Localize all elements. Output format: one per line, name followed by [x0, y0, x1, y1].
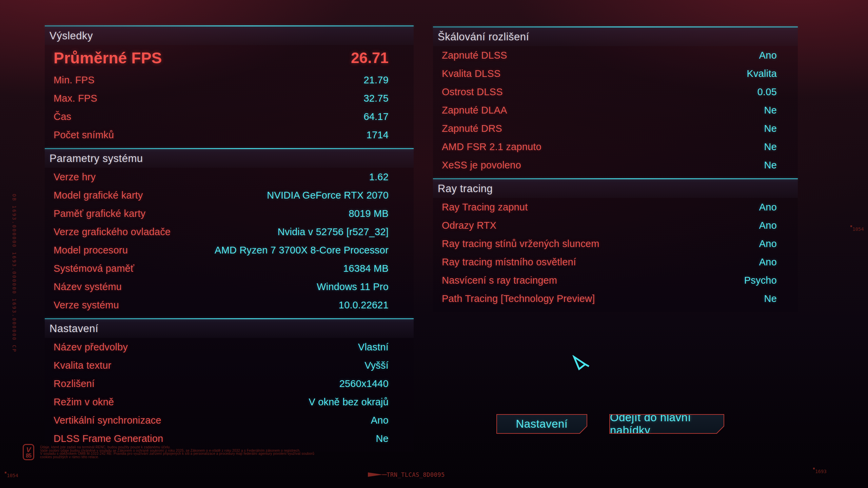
- table-row: Zapnuté DLSS Ano: [433, 46, 798, 64]
- row-value: Ano: [759, 220, 777, 231]
- table-row: Ray Tracing zapnut Ano: [433, 198, 798, 216]
- session-id-text: TRN_TLCAS_8D0095: [387, 471, 445, 478]
- settings-button-label: Nastavení: [497, 415, 587, 433]
- table-row: Název předvolby Vlastní: [45, 338, 414, 356]
- table-row: Ray tracing místního osvětlení Ano: [433, 253, 798, 271]
- row-label: XeSS je povoleno: [442, 160, 521, 171]
- row-label: DLSS Frame Generation: [54, 433, 163, 444]
- table-row: Počet snímků 1714: [45, 126, 414, 144]
- table-row: Paměť grafické karty 8019 MB: [45, 204, 414, 223]
- row-value: 8019 MB: [349, 208, 389, 219]
- table-row: Odrazy RTX Ano: [433, 216, 798, 235]
- session-arrow-icon: [368, 472, 387, 478]
- section-results: Výsledky Průměrné FPS 26.71 Min. FPS 21.…: [45, 25, 414, 148]
- row-label: Verze hry: [54, 171, 96, 183]
- mouse-cursor-icon: [572, 355, 593, 374]
- row-value: Ne: [376, 433, 389, 444]
- row-label: Název systému: [54, 281, 122, 292]
- table-row: DLSS Frame Generation Ne: [45, 429, 414, 448]
- legal-fine-print: Údaje, které jste zadali na terminál REN…: [40, 446, 318, 459]
- legal-line: V souladu s oběžníkem OMB M-1022-242 RE:…: [40, 452, 318, 459]
- row-value: 1.62: [369, 171, 389, 183]
- vertical-code-text: OB 1693.000000 1693.000000 1693.000000 C…: [12, 194, 17, 353]
- row-label: Min. FPS: [54, 75, 95, 86]
- section-title-text: Ray tracing: [438, 183, 493, 195]
- row-label: Zapnuté DRS: [442, 123, 502, 134]
- benchmark-left-column: Výsledky Průměrné FPS 26.71 Min. FPS 21.…: [45, 25, 414, 452]
- row-value: Kvalita: [747, 68, 777, 79]
- row-label: Čas: [54, 111, 71, 122]
- row-label: Ray tracing místního osvětlení: [442, 257, 576, 268]
- table-row: Rozlišení 868x488: [45, 374, 414, 393]
- section-title-text: Výsledky: [50, 30, 93, 42]
- row-value: Ne: [764, 293, 777, 304]
- row-value: Psycho: [744, 275, 777, 286]
- row-label: Název předvolby: [54, 342, 128, 353]
- row-value: Windows 11 Pro: [317, 281, 389, 292]
- section-raytracing: Ray tracing Ray Tracing zapnut Ano Odraz…: [433, 178, 798, 312]
- row-label: AMD FSR 2.1 zapnuto: [442, 141, 541, 152]
- table-row: Systémová paměť 16384 MB: [45, 259, 414, 278]
- section-settings: Nastavení Název předvolby Vlastní Kvalit…: [45, 318, 414, 452]
- corner-marker-right: 1054: [850, 227, 864, 231]
- row-label: Verze grafického ovladače: [54, 226, 171, 238]
- row-value: 0.05: [757, 86, 777, 98]
- row-value: 868x488: [339, 378, 389, 389]
- badge-85-text: 85: [26, 453, 31, 459]
- marker-square-icon: [5, 472, 6, 473]
- table-row: Ostrost DLSS 0.05: [433, 83, 798, 101]
- row-value: 32.75: [363, 93, 389, 104]
- table-row: Path Tracing [Technology Preview] Ne: [433, 289, 798, 308]
- row-label: Kvalita DLSS: [442, 68, 500, 79]
- row-value: V okně bez okrajů: [309, 396, 389, 408]
- row-value: Ano: [759, 238, 777, 249]
- row-label: Ostrost DLSS: [442, 86, 503, 98]
- row-label: Verze systému: [54, 300, 119, 311]
- table-row: Kvalita DLSS Kvalita: [433, 64, 798, 83]
- badge-v-text: V: [26, 446, 31, 453]
- table-row: Verze grafického ovladače Nvidia v 52756…: [45, 223, 414, 241]
- row-value: 64.17: [363, 111, 389, 122]
- row-value: Vyšší: [364, 360, 389, 371]
- exit-to-main-menu-button[interactable]: Odejít do hlavní nabídky: [609, 414, 724, 434]
- row-value: Ano: [759, 50, 777, 61]
- row-value: 26.71: [351, 49, 389, 66]
- row-value: Ano: [759, 202, 777, 213]
- row-value: Vlastní: [358, 342, 389, 353]
- system-rows: Verze hry 1.62 Model grafické karty NVID…: [45, 168, 414, 318]
- table-row: XeSS je povoleno Ne: [433, 156, 798, 174]
- row-label: Path Tracing [Technology Preview]: [442, 293, 595, 304]
- row-value: Nvidia v 52756 [r527_32]: [278, 226, 389, 238]
- marker-text: 1693: [815, 469, 827, 474]
- table-row: Kvalita textur Vyšší: [45, 356, 414, 374]
- row-value: 1714: [367, 129, 389, 141]
- v85-badge: V 85: [23, 444, 34, 460]
- corner-marker-bottom-left: 1054: [5, 473, 18, 478]
- table-row: Model procesoru AMD Ryzen 7 3700X 8-Core…: [45, 241, 414, 259]
- table-row: Čas 64.17: [45, 107, 414, 126]
- row-value: 10.0.22621: [339, 300, 389, 311]
- results-rows: Průměrné FPS 26.71 Min. FPS 21.79 Max. F…: [45, 45, 414, 148]
- row-label: Max. FPS: [54, 93, 97, 104]
- row-label: Zapnuté DLSS: [442, 50, 507, 61]
- row-label: Odrazy RTX: [442, 220, 496, 231]
- row-label: Počet snímků: [54, 129, 114, 141]
- section-title-system: Parametry systému: [45, 149, 414, 168]
- row-value: Ne: [764, 123, 777, 134]
- section-title-results: Výsledky: [45, 26, 414, 45]
- table-row: Max. FPS 32.75: [45, 89, 414, 107]
- table-row: Průměrné FPS 26.71: [45, 45, 414, 71]
- row-value: 16384 MB: [343, 263, 389, 274]
- scaling-rows: Zapnuté DLSS Ano Kvalita DLSS Kvalita Os…: [433, 46, 798, 178]
- table-row: Zapnuté DLAA Ne: [433, 101, 798, 119]
- table-row: Model grafické karty NVIDIA GeForce RTX …: [45, 186, 414, 204]
- exit-button-label: Odejít do hlavní nabídky: [610, 415, 724, 433]
- marker-text: 1054: [852, 226, 864, 232]
- row-label: Ray Tracing zapnut: [442, 202, 528, 213]
- section-title-settings: Nastavení: [45, 319, 414, 338]
- row-label: Rozlišení: [54, 378, 95, 389]
- row-label: Vertikální synchronizace: [54, 415, 161, 426]
- row-label: Systémová paměť: [54, 263, 134, 274]
- row-label: Zapnuté DLAA: [442, 105, 507, 116]
- settings-button[interactable]: Nastavení: [496, 414, 587, 434]
